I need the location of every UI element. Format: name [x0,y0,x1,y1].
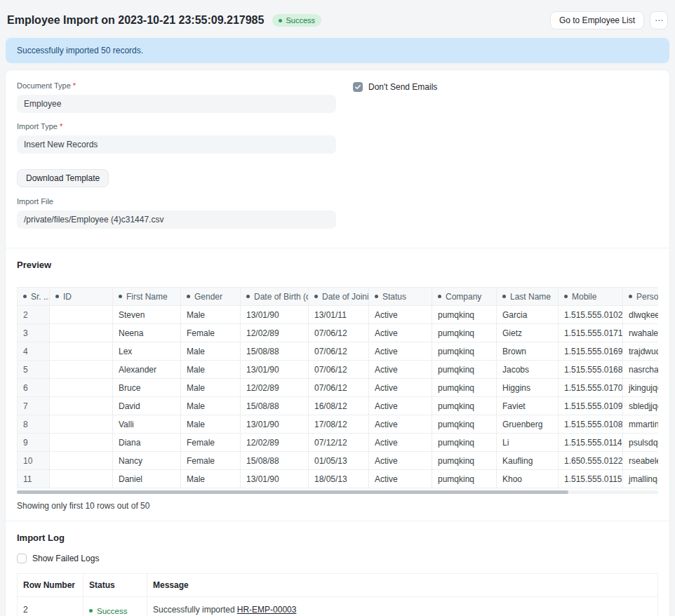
cell-id [50,470,113,488]
log-row-number: 2 [18,597,83,616]
cell-first-name: Daniel [113,470,181,488]
cell-company: pumqkinq [432,415,497,434]
cell-date-of-joining: 17/08/12 [309,415,369,434]
cell-mobile: 1.650.555.0122 [559,452,623,470]
cell-date-of-joining: 07/06/12 [309,342,369,361]
preview-column-header[interactable]: ID [50,288,113,306]
cell-id [50,397,113,415]
log-status-badge: Success [89,607,127,615]
employee-doc-link[interactable]: HR-EMP-00003 [237,605,297,615]
import-type-field: Import Type* Insert New Records [17,122,336,154]
log-column-header: Message [147,574,658,597]
cell-personal-email: nasrchanc [623,361,659,379]
preview-column-header[interactable]: Last Name [497,288,559,306]
cell-id [50,379,113,397]
cell-status: Active [369,470,432,488]
cell-mobile: 1.515.555.0170 [559,379,623,397]
preview-row: 2 Steven Male 13/01/90 13/01/11 Active p… [18,306,659,324]
cell-personal-email: dlwqkeeed [623,306,659,324]
cell-company: pumqkinq [432,397,497,415]
preview-column-header[interactable]: Date of Birth (dd [241,288,309,306]
horizontal-scrollbar[interactable] [17,490,658,494]
cell-date-of-joining: 07/12/12 [309,434,369,452]
preview-column-header[interactable]: Sr. ... [18,288,50,306]
preview-row: 11 Daniel Male 13/01/90 18/05/13 Active … [18,470,659,488]
column-indicator-dot [119,295,122,298]
column-header-label: ID [63,292,72,302]
menu-button[interactable]: ⋯ [650,11,668,29]
cell-gender: Male [181,397,241,415]
cell-first-name: Nancy [113,452,181,470]
cell-id [50,361,113,379]
cell-last-name: Higgins [497,379,559,397]
import-log-section: Import Log Show Failed Logs Row Number S… [17,533,658,616]
cell-id [50,434,113,452]
column-indicator-dot [314,295,318,298]
required-asterisk: * [73,81,76,90]
cell-company: pumqkinq [432,470,497,488]
cell-first-name: Diana [113,434,181,452]
dont-send-emails-checkbox[interactable]: Don't Send Emails [353,81,658,92]
checkbox-unchecked-icon [17,554,27,563]
cell-status: Active [369,342,432,361]
cell-personal-email: rwahalen@ [623,324,659,342]
form-right-column: Don't Send Emails [353,81,658,238]
cell-status: Active [369,452,432,470]
success-banner: Successfully imported 50 records. [6,38,669,63]
cell-date-of-joining: 07/06/12 [309,379,369,397]
cell-gender: Male [181,415,241,434]
cell-date-of-joining: 07/06/12 [309,324,369,342]
cell-personal-email: rseabele@ [623,452,659,470]
page-header: Employee Import on 2023-10-21 23:55:09.2… [6,6,669,38]
download-template-button[interactable]: Download Template [17,169,109,187]
preview-row: 8 Valli Male 13/01/90 17/08/12 Active pu… [18,415,659,434]
cell-date-of-birth: 13/01/90 [241,306,309,324]
preview-column-header[interactable]: Gender [181,288,241,306]
cell-sr: 8 [18,415,50,434]
preview-title: Preview [17,260,658,270]
column-header-label: Mobile [572,292,596,302]
import-file-input[interactable]: /private/files/Employee (4)c31447.csv [17,210,336,229]
cell-date-of-joining: 13/01/11 [309,306,369,324]
preview-column-header[interactable]: First Name [113,288,181,306]
preview-row: 7 David Male 15/08/88 16/08/12 Active pu… [18,397,659,415]
cell-date-of-birth: 12/02/89 [241,324,309,342]
cell-company: pumqkinq [432,452,497,470]
preview-column-header[interactable]: Date of Joining ( [309,288,369,306]
ellipsis-icon: ⋯ [655,15,663,25]
preview-column-header[interactable]: Persona [623,288,659,306]
cell-date-of-birth: 13/01/90 [241,470,309,488]
import-log-row: 2 Success Successfully importedHR-EMP-00… [18,597,658,616]
preview-column-header[interactable]: Company [432,288,497,306]
import-type-input[interactable]: Insert New Records [17,135,336,154]
log-message-text: Successfully imported [153,605,235,615]
show-failed-logs-checkbox[interactable]: Show Failed Logs [17,553,658,563]
preview-table-body: 2 Steven Male 13/01/90 13/01/11 Active p… [18,306,659,488]
log-status-label: Success [97,607,127,615]
preview-column-header[interactable]: Mobile [559,288,623,306]
cell-status: Active [369,324,432,342]
cell-id [50,342,113,361]
cell-company: pumqkinq [432,342,497,361]
cell-last-name: Gietz [497,324,559,342]
preview-row: 3 Neena Female 12/02/89 07/06/12 Active … [18,324,659,342]
cell-sr: 3 [18,324,50,342]
column-indicator-dot [438,295,441,298]
cell-company: pumqkinq [432,434,497,452]
cell-mobile: 1.515.555.0171 [559,324,623,342]
preview-column-header[interactable]: Status [369,288,432,306]
scrollbar-thumb[interactable] [17,490,568,494]
cell-last-name: Khoo [497,470,559,488]
status-badge: Success [272,14,321,27]
cell-first-name: Lex [113,342,181,361]
column-header-label: Status [382,292,406,302]
cell-id [50,324,113,342]
document-type-input[interactable]: Employee [17,95,336,113]
cell-company: pumqkinq [432,324,497,342]
column-header-label: Date of Joining ( [322,292,369,302]
cell-sr: 4 [18,342,50,361]
go-to-employee-list-button[interactable]: Go to Employee List [550,11,644,29]
column-header-label: Sr. ... [31,292,50,302]
column-header-label: First Name [126,292,168,302]
preview-row: 4 Lex Male 15/08/88 07/06/12 Active pumq… [18,342,659,361]
